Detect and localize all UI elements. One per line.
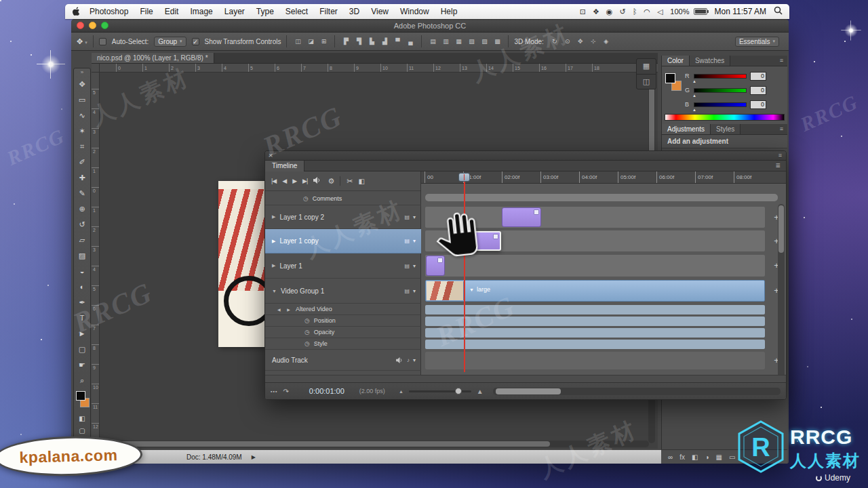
red-value[interactable]: 0: [750, 72, 766, 81]
minimize-button[interactable]: [89, 22, 96, 29]
tab-swatches[interactable]: Swatches: [690, 56, 730, 66]
transition-icon[interactable]: ◧: [358, 178, 363, 185]
timeline-zoom-slider[interactable]: [409, 390, 471, 392]
style-property-row[interactable]: ◷ Style: [265, 338, 421, 350]
menu-item[interactable]: Select: [285, 7, 308, 16]
menu-item[interactable]: Photoshop: [90, 7, 128, 16]
timeline-settings-icon[interactable]: ⚙: [328, 177, 334, 186]
screen-record-icon[interactable]: ◉: [606, 7, 613, 16]
healing-brush-tool[interactable]: ✚: [74, 170, 90, 186]
align-icon[interactable]: ▀: [392, 37, 403, 47]
track-dropdown-icon[interactable]: ▾: [413, 263, 416, 269]
ruler-origin[interactable]: [92, 64, 100, 73]
split-clip-icon[interactable]: ✂: [347, 177, 352, 186]
3d-mode-icon[interactable]: ⊹: [588, 37, 599, 47]
keyframe-nav-icons[interactable]: ◀ ▶: [277, 307, 293, 312]
collapsed-panel-icon[interactable]: ◫: [637, 75, 656, 89]
transport-button[interactable]: ▶|: [302, 178, 307, 184]
transport-button[interactable]: ◀: [282, 178, 286, 184]
altered-video-row[interactable]: ◀ ▶ Altered Video: [265, 304, 421, 315]
opacity-property-row[interactable]: ◷ Opacity: [265, 327, 421, 338]
disclosure-triangle-icon[interactable]: ▶: [272, 263, 275, 268]
delete-layer-icon[interactable]: ▭: [729, 453, 735, 461]
menu-item[interactable]: View: [371, 7, 389, 16]
tab-styles[interactable]: Styles: [711, 124, 741, 134]
clone-stamp-tool[interactable]: ⊕: [74, 201, 90, 217]
speaker-icon[interactable]: [396, 357, 403, 363]
blue-slider[interactable]: ▲: [694, 102, 747, 107]
track-lane[interactable]: [425, 255, 765, 277]
menu-item[interactable]: Window: [400, 7, 429, 16]
timeline-options-icon[interactable]: ≣: [775, 162, 781, 169]
status-popup-arrow[interactable]: ▶: [252, 454, 256, 460]
vertical-ruler[interactable]: 54321012345678910111213: [92, 73, 100, 449]
collapsed-panel-icon[interactable]: ▦: [637, 59, 656, 75]
menu-item[interactable]: Layer: [224, 7, 245, 16]
menu-item[interactable]: Edit: [165, 7, 179, 16]
spotlight-icon[interactable]: [774, 5, 783, 18]
audio-lane[interactable]: [425, 352, 765, 369]
document-tab[interactable]: nico.psd @ 100% (Layer 1, RGB/8) *: [92, 53, 214, 63]
menu-item[interactable]: File: [140, 7, 153, 16]
track-dropdown-icon[interactable]: ▾: [413, 357, 416, 363]
mute-audio-icon[interactable]: [313, 177, 321, 185]
auto-select-checkbox[interactable]: [99, 38, 106, 45]
layer-track-row-selected[interactable]: ▶ Layer 1 copy ▤▾: [265, 229, 421, 253]
red-slider[interactable]: ▲: [694, 74, 747, 79]
align-icon[interactable]: ▄: [405, 37, 416, 47]
timeline-vertical-scrollbar[interactable]: [778, 204, 785, 375]
apple-menu[interactable]: [72, 7, 80, 16]
audio-options-icon[interactable]: ♪: [407, 357, 410, 363]
layer-mask-icon[interactable]: ◧: [692, 453, 698, 461]
video-group-row[interactable]: ▼ Video Group 1 ▤▾: [265, 279, 421, 304]
stopwatch-icon[interactable]: ◷: [304, 329, 310, 336]
track-dropdown-icon[interactable]: ▾: [413, 238, 416, 244]
foreground-color-swatch[interactable]: [665, 73, 675, 83]
canvas-horizontal-scrollbar[interactable]: [93, 441, 649, 447]
track-filter-icon[interactable]: ▤: [404, 238, 410, 244]
panel-menu-icon[interactable]: ≡: [776, 56, 787, 66]
history-brush-tool[interactable]: ↺: [74, 217, 90, 232]
render-video-icon[interactable]: ↷: [283, 388, 288, 395]
playhead-handle[interactable]: [458, 173, 470, 182]
3d-mode-icon[interactable]: ↻: [549, 37, 560, 47]
stopwatch-icon[interactable]: ◷: [304, 317, 310, 324]
window-titlebar[interactable]: Adobe Photoshop CC: [71, 19, 789, 33]
stopwatch-icon[interactable]: ◷: [304, 340, 310, 347]
track-label[interactable]: Layer 1 copy: [279, 237, 318, 245]
distribute-icon[interactable]: ▦: [453, 37, 464, 47]
video-group-label[interactable]: ▼large: [469, 286, 490, 293]
zoom-button[interactable]: [101, 22, 108, 29]
shape-tool[interactable]: ▢: [74, 342, 90, 357]
tab-color[interactable]: Color: [662, 56, 690, 66]
3d-mode-icon[interactable]: ⊙: [562, 37, 573, 47]
pen-tool[interactable]: ✒: [74, 295, 90, 310]
guide-icon[interactable]: ◪: [305, 37, 316, 47]
track-filter-icon[interactable]: ▤: [404, 263, 410, 269]
property-lane[interactable]: [425, 328, 765, 338]
comments-track-row[interactable]: ◷ Comments: [265, 192, 421, 205]
color-spectrum-ramp[interactable]: [665, 114, 785, 121]
wifi-icon[interactable]: ◠: [644, 7, 650, 16]
move-tool[interactable]: ✥: [74, 77, 90, 92]
distribute-icon[interactable]: ▨: [479, 37, 490, 47]
3d-mode-icon[interactable]: ✥: [575, 37, 586, 47]
disclosure-triangle-icon[interactable]: ▼: [272, 289, 277, 293]
track-label[interactable]: Video Group 1: [281, 287, 324, 295]
crop-tool[interactable]: ⌗: [74, 139, 90, 155]
distribute-icon[interactable]: ▩: [492, 37, 502, 47]
magic-wand-tool[interactable]: ✶: [74, 123, 90, 139]
add-adjustment-row[interactable]: Add an adjustment: [662, 135, 787, 148]
video-clip[interactable]: [502, 207, 541, 227]
3d-mode-icon[interactable]: ◈: [601, 37, 612, 47]
property-lane[interactable]: [425, 340, 765, 349]
zoom-tool[interactable]: ⌕: [74, 373, 90, 388]
marquee-tool[interactable]: ▭: [74, 92, 90, 108]
volume-icon[interactable]: ◁: [657, 7, 663, 16]
timeline-ruler[interactable]: 0001:00f02:00f03:00f04:00f05:00f06:00f07…: [421, 171, 786, 184]
timeline-track-area[interactable]: 0001:00f02:00f03:00f04:00f05:00f06:00f07…: [421, 171, 786, 375]
displays-icon[interactable]: ⊡: [580, 7, 586, 16]
track-label[interactable]: Layer 1: [279, 262, 302, 270]
property-lane[interactable]: [425, 317, 765, 326]
align-icon[interactable]: ▙: [366, 37, 377, 47]
